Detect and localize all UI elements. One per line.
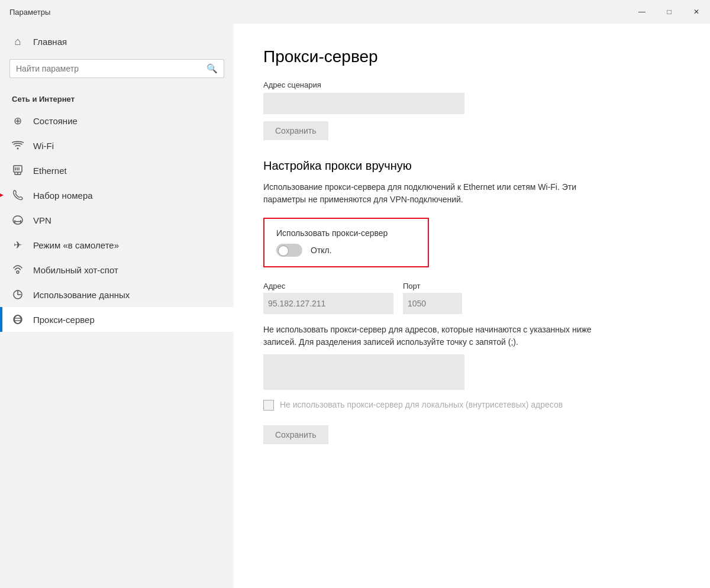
- app-title: Параметры: [9, 8, 50, 17]
- address-row: Адрес Порт: [263, 282, 680, 314]
- sidebar-item-data-usage[interactable]: Использование данных: [0, 282, 234, 307]
- sidebar-item-hotspot[interactable]: Мобильный хот-спот: [0, 257, 234, 282]
- port-group: Порт: [403, 282, 462, 314]
- sidebar-item-label: Использование данных: [33, 290, 130, 300]
- maximize-button[interactable]: □: [656, 0, 683, 24]
- minimize-button[interactable]: —: [628, 0, 656, 24]
- sidebar-item-status[interactable]: ⊕ Состояние: [0, 108, 234, 133]
- save-auto-button[interactable]: Сохранить: [263, 121, 328, 140]
- manual-section-heading: Настройка прокси вручную: [263, 159, 680, 173]
- globe-icon: ⊕: [12, 115, 24, 127]
- sidebar-item-label: Состояние: [33, 116, 78, 126]
- search-box[interactable]: 🔍: [9, 59, 224, 78]
- no-local-proxy-row: Не использовать прокси-сервер для локаль…: [263, 399, 583, 411]
- sidebar-item-label: Wi-Fi: [33, 141, 54, 151]
- data-usage-icon: [12, 289, 24, 301]
- app-window: Параметры — □ ✕ Главная 🔍 Сеть и Интерне…: [0, 0, 710, 588]
- window-controls: — □ ✕: [628, 0, 710, 24]
- address-label: Адрес: [263, 282, 393, 290]
- sidebar-item-label: VPN: [33, 215, 51, 225]
- sidebar-section-title: Сеть и Интернет: [0, 90, 234, 108]
- toggle-row: Откл.: [276, 244, 416, 257]
- content-area: Главная 🔍 Сеть и Интернет ⊕ Состояние: [0, 24, 710, 588]
- svg-marker-10: [0, 192, 4, 198]
- port-input[interactable]: [403, 293, 462, 314]
- scenario-address-label: Адрес сценария: [263, 80, 680, 89]
- sidebar-item-label: Набор номера: [33, 190, 93, 201]
- search-icon: 🔍: [206, 63, 218, 74]
- sidebar-item-label: Режим «в самолете»: [33, 240, 119, 250]
- sidebar-item-label: Ethernet: [33, 166, 67, 176]
- titlebar: Параметры — □ ✕: [0, 0, 710, 24]
- sidebar-item-label: Прокси-сервер: [33, 315, 95, 325]
- sidebar-home-button[interactable]: Главная: [0, 28, 234, 54]
- ethernet-icon: [12, 164, 24, 176]
- exceptions-input[interactable]: [263, 354, 464, 390]
- vpn-icon: [12, 214, 24, 226]
- address-input[interactable]: [263, 293, 393, 314]
- sidebar-item-ethernet[interactable]: Ethernet: [0, 158, 234, 183]
- annotation-4: 4: [0, 188, 4, 203]
- home-icon: [12, 35, 24, 47]
- sidebar-item-wifi[interactable]: Wi-Fi: [0, 133, 234, 158]
- toggle-status: Откл.: [311, 245, 332, 255]
- manual-description: Использование прокси-сервера для подключ…: [263, 181, 595, 206]
- svg-point-11: [17, 271, 19, 273]
- phone-icon: [12, 189, 24, 201]
- svg-point-0: [17, 148, 19, 150]
- exceptions-description: Не использовать прокси-сервер для адресо…: [263, 324, 595, 348]
- hotspot-icon: [12, 264, 24, 276]
- arrow-icon: [0, 189, 4, 201]
- wifi-icon: [12, 140, 24, 151]
- proxy-icon: [12, 314, 24, 325]
- no-local-proxy-label: Не использовать прокси-сервер для локаль…: [280, 399, 563, 411]
- sidebar-item-vpn[interactable]: VPN: [0, 208, 234, 232]
- scenario-address-input[interactable]: [263, 93, 464, 114]
- home-label: Главная: [33, 37, 67, 47]
- port-label: Порт: [403, 282, 462, 290]
- proxy-toggle[interactable]: [276, 244, 302, 257]
- save-manual-button[interactable]: Сохранить: [263, 425, 328, 444]
- no-local-proxy-checkbox[interactable]: [263, 400, 274, 411]
- search-input[interactable]: [16, 64, 202, 73]
- toggle-label: Использовать прокси-сервер: [276, 228, 416, 238]
- svg-rect-1: [14, 166, 22, 172]
- address-group: Адрес: [263, 282, 393, 314]
- toggle-container: Использовать прокси-сервер Откл.: [263, 218, 429, 267]
- sidebar-item-dialup[interactable]: Набор номера 4: [0, 183, 234, 208]
- page-title: Прокси-сервер: [263, 47, 680, 66]
- airplane-icon: ✈: [12, 239, 24, 251]
- sidebar-item-proxy[interactable]: Прокси-сервер: [0, 307, 234, 332]
- sidebar-item-airplane[interactable]: ✈ Режим «в самолете»: [0, 232, 234, 257]
- close-button[interactable]: ✕: [683, 0, 710, 24]
- sidebar: Главная 🔍 Сеть и Интернет ⊕ Состояние: [0, 24, 234, 588]
- main-content: Прокси-сервер Адрес сценария Сохранить Н…: [234, 24, 710, 588]
- sidebar-item-label: Мобильный хот-спот: [33, 265, 118, 275]
